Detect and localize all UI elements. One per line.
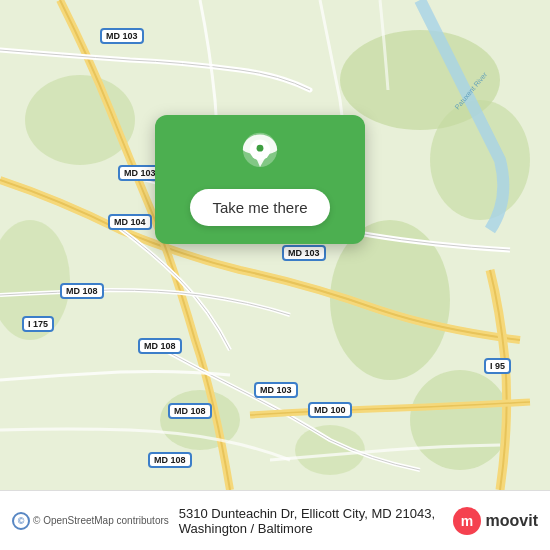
road-badge-md103-bottom: MD 103	[254, 382, 298, 398]
address-line2: Washington / Baltimore	[179, 521, 442, 536]
svg-point-14	[257, 145, 264, 152]
address-line1: 5310 Dunteachin Dr, Ellicott City, MD 21…	[179, 506, 442, 521]
road-badge-md108-bottom: MD 108	[148, 452, 192, 468]
osm-icon: ©	[12, 512, 30, 530]
osm-attribution: © © OpenStreetMap contributors	[12, 512, 169, 530]
road-badge-i175: I 175	[22, 316, 54, 332]
road-badge-md103-top: MD 103	[100, 28, 144, 44]
take-me-there-button[interactable]: Take me there	[190, 189, 329, 226]
location-card: Take me there	[155, 115, 365, 244]
osm-label: © OpenStreetMap contributors	[33, 515, 169, 526]
map-pin-icon	[236, 131, 284, 179]
road-badge-md104: MD 104	[108, 214, 152, 230]
map-container: Patuxent River	[0, 0, 550, 490]
svg-text:m: m	[460, 513, 472, 529]
moovit-label: moovit	[486, 512, 538, 530]
road-badge-md103-right: MD 103	[282, 245, 326, 261]
road-badge-md100: MD 100	[308, 402, 352, 418]
moovit-icon: m	[452, 506, 482, 536]
road-badge-md108-mid: MD 108	[138, 338, 182, 354]
road-badge-md108-left: MD 108	[60, 283, 104, 299]
svg-point-4	[410, 370, 510, 470]
road-badge-md108-low: MD 108	[168, 403, 212, 419]
svg-point-5	[25, 75, 135, 165]
info-bar: © © OpenStreetMap contributors 5310 Dunt…	[0, 490, 550, 550]
moovit-logo: m moovit	[452, 506, 538, 536]
road-badge-i95: I 95	[484, 358, 511, 374]
